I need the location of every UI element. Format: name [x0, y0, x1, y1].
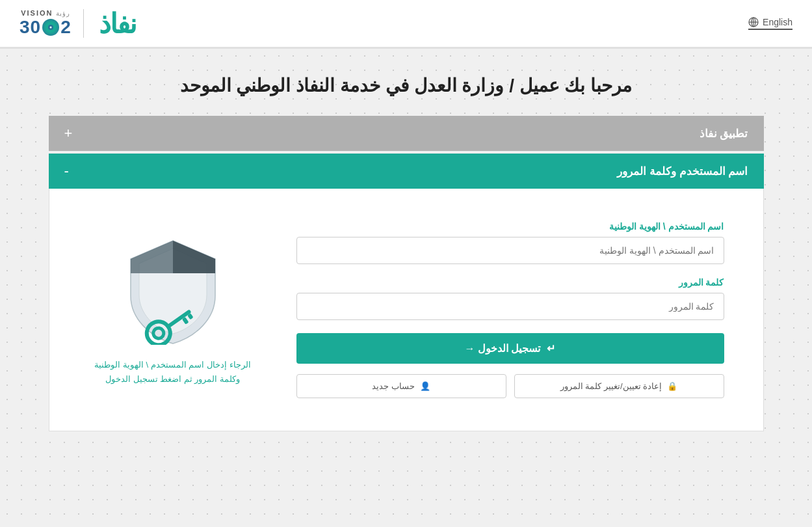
vision-text: رؤية VISION	[21, 9, 70, 17]
page-title: مرحبا بك عميل / وزارة العدل في خدمة النف…	[39, 75, 773, 96]
username-input[interactable]	[296, 237, 724, 264]
new-account-button[interactable]: 👤 حساب جديد	[296, 374, 506, 398]
accordion-item-nafaz: تطبيق نفاذ +	[49, 116, 764, 151]
accordion-label-credentials: اسم المستخدم وكلمة المرور	[617, 165, 748, 178]
username-label: اسم المستخدم \ الهوية الوطنية	[296, 221, 724, 232]
reset-password-label: إعادة تعيين/تغيير كلمة المرور	[560, 381, 662, 391]
accordion-header-credentials[interactable]: اسم المستخدم وكلمة المرور -	[49, 154, 764, 189]
nafaz-logo: نفاذ	[99, 8, 136, 40]
reset-password-button[interactable]: 🔒 إعادة تعيين/تغيير كلمة المرور	[514, 374, 724, 398]
lock-icon: 🔒	[667, 381, 677, 391]
password-label: كلمة المرور	[296, 277, 724, 288]
accordion: تطبيق نفاذ + اسم المستخدم وكلمة المرور -…	[49, 116, 764, 431]
main-content: مرحبا بك عميل / وزارة العدل في خدمة النف…	[0, 49, 812, 527]
accordion-toggle-nafaz: +	[64, 126, 73, 141]
header: English نفاذ رؤية VISION 2 30	[0, 0, 812, 49]
shield-key-illustration	[121, 234, 225, 345]
username-group: اسم المستخدم \ الهوية الوطنية	[296, 221, 724, 264]
vision-year: 2 30	[20, 17, 72, 38]
login-button-label: تسجيل الدخول →	[465, 342, 541, 355]
person-icon: 👤	[420, 381, 430, 391]
language-switcher[interactable]: English	[748, 17, 792, 30]
login-arrow-icon: ↵	[547, 342, 555, 355]
new-account-label: حساب جديد	[372, 381, 415, 391]
instruction-text: الرجاء إدخال اسم المستخدم \ الهوية الوطن…	[88, 358, 257, 386]
vision-circle-icon	[42, 19, 59, 36]
login-container: اسم المستخدم \ الهوية الوطنية كلمة المرو…	[49, 189, 763, 431]
vision-2030-logo: رؤية VISION 2 30	[20, 9, 84, 38]
password-group: كلمة المرور	[296, 277, 724, 320]
accordion-label-nafaz: تطبيق نفاذ	[700, 127, 748, 141]
action-buttons-row: 🔒 إعادة تعيين/تغيير كلمة المرور 👤 حساب ج…	[296, 374, 724, 398]
login-form-section: اسم المستخدم \ الهوية الوطنية كلمة المرو…	[296, 221, 724, 398]
logos-area: نفاذ رؤية VISION 2 30	[20, 8, 136, 40]
accordion-body-credentials: اسم المستخدم \ الهوية الوطنية كلمة المرو…	[49, 189, 764, 431]
accordion-item-credentials: اسم المستخدم وكلمة المرور - اسم المستخدم…	[49, 154, 764, 431]
password-input[interactable]	[296, 293, 724, 320]
login-button[interactable]: ↵ تسجيل الدخول →	[296, 333, 724, 364]
accordion-header-nafaz[interactable]: تطبيق نفاذ +	[49, 116, 764, 151]
accordion-toggle-credentials: -	[64, 164, 69, 178]
globe-icon	[748, 17, 759, 27]
illustration-section: الرجاء إدخال اسم المستخدم \ الهوية الوطن…	[88, 221, 257, 386]
svg-point-6	[50, 27, 52, 29]
lang-label: English	[763, 17, 792, 27]
